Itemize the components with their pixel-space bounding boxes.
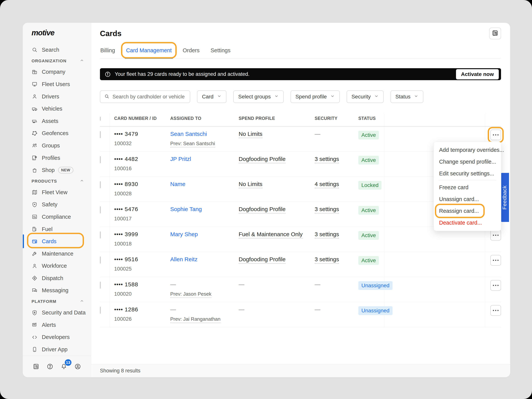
tab-card-management[interactable]: Card Management — [126, 47, 172, 58]
sidebar-item-alerts[interactable]: Alerts — [23, 319, 91, 331]
sidebar-item-profiles[interactable]: Profiles — [23, 152, 91, 164]
filter-security[interactable]: Security — [347, 90, 384, 103]
activation-banner: Your fleet has 29 cards ready to be assi… — [100, 68, 501, 80]
spend-profile-value[interactable]: No Limits — [239, 131, 262, 138]
spend-profile-value[interactable]: Dogfooding Profile — [239, 156, 285, 163]
menu-item-change-spend-profile[interactable]: Change spend profile... — [434, 156, 501, 168]
assigned-to-link[interactable]: Allen Reitz — [170, 256, 197, 262]
row-actions-cell — [485, 277, 501, 302]
filter-status[interactable]: Status — [390, 90, 423, 103]
row-checkbox-cell — [100, 252, 110, 277]
row-menu-button[interactable] — [490, 280, 501, 291]
sidebar-item-fleet-view[interactable]: Fleet View — [23, 186, 91, 199]
security-cell: 3 settings — [315, 202, 358, 227]
activate-now-button[interactable]: Activate now — [456, 69, 499, 79]
row-menu-button[interactable] — [490, 130, 501, 140]
sidebar-item-assets[interactable]: Assets — [23, 115, 91, 127]
previous-cardholder[interactable]: Prev: Jai Ranganathan — [170, 316, 221, 323]
card-number-cell: •••• 4482100016 — [114, 152, 170, 177]
sidebar-item-developers[interactable]: Developers — [23, 331, 91, 343]
spend-profile-value[interactable]: Dogfooding Profile — [239, 256, 285, 264]
sidebar-item-label: Developers — [42, 334, 70, 340]
row-checkbox[interactable] — [100, 256, 101, 264]
sidebar-item-maintenance[interactable]: Maintenance — [23, 247, 91, 260]
row-menu-button[interactable] — [490, 255, 501, 266]
security-value[interactable]: 3 settings — [315, 231, 339, 238]
row-checkbox[interactable] — [100, 206, 101, 213]
sidebar-item-security-and-data[interactable]: Security and Data — [23, 306, 91, 319]
sidebar-item-company[interactable]: Company — [23, 66, 91, 78]
spend-profile-value[interactable]: No Limits — [239, 181, 262, 188]
sidebar-section-platform[interactable]: PLATFORM — [23, 297, 91, 306]
sidebar-section-products[interactable]: PRODUCTS — [23, 176, 91, 186]
tab-settings[interactable]: Settings — [210, 47, 231, 58]
menu-item-deactivate-card[interactable]: Deactivate card... — [434, 217, 501, 228]
sidebar-item-label: Workforce — [42, 263, 67, 269]
card-number: •••• 9516 — [114, 256, 138, 262]
sidebar-item-search[interactable]: Search — [23, 44, 91, 56]
security-value[interactable]: 3 settings — [315, 156, 339, 163]
filter-select-groups[interactable]: Select groups — [233, 90, 284, 103]
sidebar-item-safety[interactable]: Safety — [23, 199, 91, 211]
row-checkbox[interactable] — [100, 307, 101, 314]
assigned-to-link[interactable]: Mary Shep — [170, 231, 198, 237]
sidebar-item-label: Assets — [42, 118, 58, 124]
row-menu-button[interactable] — [490, 230, 501, 241]
sidebar-item-fleet-users[interactable]: Fleet Users — [23, 78, 91, 90]
security-value[interactable]: 3 settings — [315, 256, 339, 264]
sidebar-item-dispatch[interactable]: Dispatch — [23, 272, 91, 285]
row-checkbox[interactable] — [100, 181, 101, 188]
row-checkbox[interactable] — [100, 131, 101, 138]
row-checkbox[interactable] — [100, 282, 101, 289]
previous-cardholder[interactable]: Prev: Jason Pesek — [170, 291, 211, 298]
filter-spend-profile[interactable]: Spend profile — [291, 90, 340, 103]
sidebar-item-messaging[interactable]: Messaging — [23, 285, 91, 297]
feedback-tab[interactable]: Feedback — [500, 173, 509, 222]
sidebar-item-groups[interactable]: Groups — [23, 139, 91, 152]
assigned-to-link[interactable]: Sean Santschi — [170, 131, 207, 137]
sidebar-item-cards[interactable]: Cards — [23, 235, 91, 247]
spend-profile-value[interactable]: Dogfooding Profile — [239, 206, 285, 213]
menu-item-freeze-card[interactable]: Freeze card — [434, 181, 501, 193]
row-menu-button[interactable] — [490, 305, 501, 316]
menu-item-reassign-card[interactable]: Reassign card... — [434, 205, 501, 217]
spend-profile-value[interactable]: Fuel & Maintenance Only — [239, 231, 303, 238]
select-all-checkbox[interactable] — [100, 117, 101, 121]
row-checkbox[interactable] — [100, 231, 101, 238]
wrench-icon — [32, 251, 38, 257]
assigned-to-link[interactable]: Sophie Tang — [170, 206, 202, 212]
chevron-down-icon — [330, 94, 335, 100]
filter-card[interactable]: Card — [197, 90, 227, 103]
menu-item-add-temporary-overrides[interactable]: Add temporary overrides... — [434, 144, 501, 156]
tab-orders[interactable]: Orders — [182, 47, 200, 58]
map-book-icon[interactable] — [33, 363, 39, 370]
help-icon[interactable] — [47, 363, 53, 370]
sidebar-item-geofences[interactable]: Geofences — [23, 127, 91, 140]
row-checkbox[interactable] — [100, 156, 101, 163]
tab-billing[interactable]: Billing — [100, 47, 115, 58]
sidebar-item-fuel[interactable]: Fuel — [23, 223, 91, 235]
sidebar-item-label: Fleet Users — [42, 81, 70, 87]
sidebar-item-drivers[interactable]: Drivers — [23, 90, 91, 103]
sidebar-item-compliance[interactable]: Compliance — [23, 211, 91, 223]
menu-item-unassign-card[interactable]: Unassign card... — [434, 193, 501, 205]
assigned-to-link[interactable]: Name — [170, 181, 185, 187]
card-number-cell: •••• 1286100026 — [114, 302, 170, 327]
sidebar-item-driver-app[interactable]: Driver App — [23, 343, 91, 356]
sidebar-item-vehicles[interactable]: Vehicles — [23, 103, 91, 115]
search-input[interactable] — [113, 94, 186, 100]
menu-item-edit-security-settings[interactable]: Edit security settings... — [434, 168, 501, 179]
security-value[interactable]: 3 settings — [315, 206, 339, 213]
menu-item-label: Reassign card... — [439, 208, 479, 214]
card-id: 100028 — [114, 191, 170, 197]
sidebar-section-organization[interactable]: ORGANIZATION — [23, 56, 91, 66]
sidebar-item-workforce[interactable]: Workforce — [23, 260, 91, 272]
user-avatar-icon[interactable] — [74, 363, 81, 370]
security-value[interactable]: 4 settings — [315, 181, 339, 188]
previous-cardholder[interactable]: Prev: Sean Santschi — [170, 141, 215, 147]
assigned-to-link[interactable]: JP Pritzl — [170, 156, 191, 162]
map-book-button[interactable] — [489, 28, 501, 39]
notifications-bell-icon[interactable]: 13 — [60, 363, 67, 370]
security-empty: — — [315, 131, 320, 137]
sidebar-item-shop[interactable]: ShopNEW — [23, 164, 91, 176]
